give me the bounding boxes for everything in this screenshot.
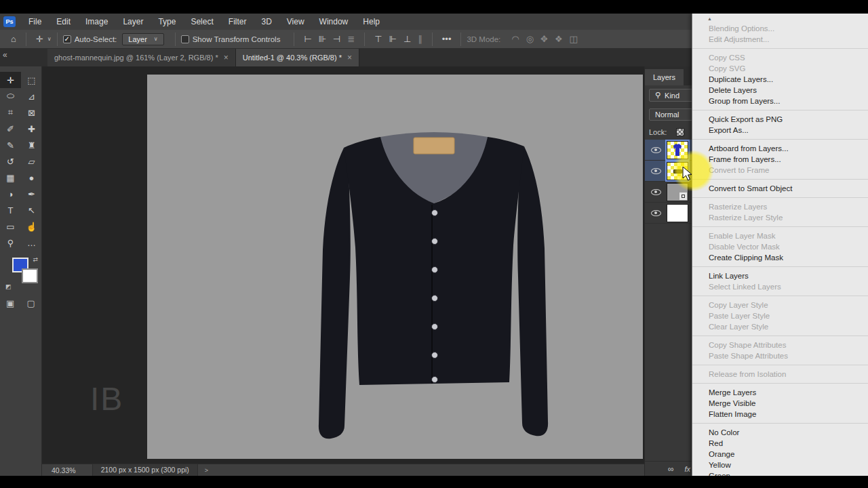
- object-selection-tool[interactable]: ⊿: [21, 88, 42, 104]
- layer-thumbnail[interactable]: [667, 204, 688, 222]
- menu-item-convert-to-smart-object[interactable]: Convert to Smart Object: [692, 183, 868, 194]
- menu-item-copy-svg[interactable]: Copy SVG: [692, 63, 868, 74]
- menu-3d[interactable]: 3D: [254, 14, 279, 30]
- menu-select[interactable]: Select: [183, 14, 220, 30]
- menu-item-blending-options[interactable]: Blending Options...: [692, 23, 868, 34]
- menu-item-edit-adjustment[interactable]: Edit Adjustment...: [692, 34, 868, 45]
- background-color-swatch[interactable]: [22, 268, 38, 283]
- menu-item-artboard-from-layers[interactable]: Artboard from Layers...: [692, 143, 868, 154]
- layer-thumbnail[interactable]: [667, 183, 688, 201]
- visibility-eye-icon[interactable]: [651, 168, 661, 174]
- swap-colors-icon[interactable]: ⇄: [33, 256, 38, 263]
- history-brush-tool[interactable]: ↺: [0, 153, 21, 169]
- collapse-panels-icon[interactable]: «: [3, 50, 7, 60]
- menu-scroll-up-icon[interactable]: ▲: [692, 15, 868, 23]
- marquee-tool[interactable]: ⬚: [21, 72, 42, 88]
- menu-item-copy-shape-attributes[interactable]: Copy Shape Attributes: [692, 340, 868, 350]
- menu-item-flatten-image[interactable]: Flatten Image: [692, 409, 868, 420]
- menu-filter[interactable]: Filter: [221, 14, 254, 30]
- menu-item-convert-to-frame[interactable]: Convert to Frame: [692, 165, 868, 176]
- pen-tool[interactable]: ✒: [21, 186, 42, 202]
- visibility-eye-icon[interactable]: [651, 147, 661, 153]
- hand-tool[interactable]: ☝: [21, 218, 42, 235]
- move-tool-icon[interactable]: ✛: [32, 34, 47, 44]
- menu-item-red[interactable]: Red: [692, 438, 868, 449]
- menu-item-create-clipping-mask[interactable]: Create Clipping Mask: [692, 252, 868, 263]
- menu-item-copy-layer-style[interactable]: Copy Layer Style: [692, 300, 868, 310]
- dodge-tool[interactable]: ◑: [0, 186, 21, 202]
- menu-item-duplicate-layers[interactable]: Duplicate Layers...: [692, 74, 868, 85]
- align-top-edges-icon[interactable]: ⊤: [374, 34, 382, 44]
- show-transform-checkbox[interactable]: [181, 35, 189, 43]
- tool-preset-caret-icon[interactable]: ∨: [47, 36, 52, 42]
- align-vertical-centers-icon[interactable]: ⊩: [389, 34, 397, 44]
- menu-item-export-as[interactable]: Export As...: [692, 125, 868, 136]
- zoom-level-field[interactable]: 40.33%: [42, 466, 85, 474]
- menu-item-paste-shape-attributes[interactable]: Paste Shape Attributes: [692, 350, 868, 361]
- move-tool[interactable]: ✛: [0, 72, 21, 88]
- menu-item-rasterize-layer-style[interactable]: Rasterize Layer Style: [692, 212, 868, 223]
- menu-edit[interactable]: Edit: [49, 14, 78, 30]
- align-bottom-edges-icon[interactable]: ⊥: [403, 34, 411, 44]
- visibility-eye-icon[interactable]: [651, 189, 661, 195]
- auto-select-target-dropdown[interactable]: Layer ∨: [122, 33, 163, 45]
- tab-ghost-mannequin[interactable]: ghost-mannequin.jpg @ 161% (Layer 2, RGB…: [47, 49, 236, 66]
- eraser-tool[interactable]: ▱: [21, 153, 42, 169]
- align-horizontal-centers-icon[interactable]: ⊪: [319, 34, 326, 44]
- menu-item-paste-layer-style[interactable]: Paste Layer Style: [692, 310, 868, 321]
- layer-style-fx-icon[interactable]: fx: [685, 465, 691, 473]
- menu-item-group-from-layers[interactable]: Group from Layers...: [692, 96, 868, 106]
- tab-layers[interactable]: Layers: [645, 69, 684, 85]
- menu-item-enable-layer-mask[interactable]: Enable Layer Mask: [692, 230, 868, 241]
- menu-view[interactable]: View: [279, 14, 312, 30]
- menu-item-delete-layers[interactable]: Delete Layers: [692, 85, 868, 96]
- gradient-tool[interactable]: ▦: [0, 169, 21, 186]
- menu-item-frame-from-layers[interactable]: Frame from Layers...: [692, 154, 868, 165]
- menu-item-green[interactable]: Green: [692, 470, 868, 476]
- menu-help[interactable]: Help: [355, 14, 387, 30]
- type-tool[interactable]: T: [0, 202, 21, 218]
- menu-item-merge-visible[interactable]: Merge Visible: [692, 398, 868, 409]
- tab-untitled-1[interactable]: Untitled-1 @ 40.3% (RGB/8) * ×: [236, 49, 359, 66]
- eyedropper-tool[interactable]: ✐: [0, 121, 21, 137]
- healing-brush-tool[interactable]: ✚: [21, 121, 42, 137]
- align-left-edges-icon[interactable]: ⊢: [304, 34, 311, 44]
- menu-item-yellow[interactable]: Yellow: [692, 460, 868, 470]
- menu-item-copy-css[interactable]: Copy CSS: [692, 52, 868, 63]
- menu-type[interactable]: Type: [151, 14, 183, 30]
- frame-tool[interactable]: ⊠: [21, 104, 42, 121]
- edit-toolbar-icon[interactable]: …: [21, 235, 42, 251]
- menu-item-orange[interactable]: Orange: [692, 449, 868, 460]
- menu-item-clear-layer-style[interactable]: Clear Layer Style: [692, 321, 868, 332]
- lock-transparency-icon[interactable]: [676, 128, 684, 136]
- zoom-tool[interactable]: ⚲: [0, 235, 21, 251]
- menu-layer[interactable]: Layer: [115, 14, 151, 30]
- menu-item-no-color[interactable]: No Color: [692, 427, 868, 438]
- canvas[interactable]: [147, 75, 643, 459]
- clone-stamp-tool[interactable]: ♜: [21, 137, 42, 153]
- menu-image[interactable]: Image: [78, 14, 115, 30]
- blur-tool[interactable]: ●: [21, 169, 42, 186]
- menu-item-merge-layers[interactable]: Merge Layers: [692, 387, 868, 398]
- more-options-icon[interactable]: •••: [438, 34, 456, 44]
- close-icon[interactable]: ×: [224, 53, 229, 62]
- menu-file[interactable]: File: [21, 14, 49, 30]
- status-chevron-icon[interactable]: >: [198, 467, 215, 474]
- align-right-edges-icon[interactable]: ⊣: [333, 34, 340, 44]
- path-selection-tool[interactable]: ↖: [21, 202, 42, 218]
- close-icon[interactable]: ×: [347, 53, 352, 62]
- visibility-eye-icon[interactable]: [651, 210, 661, 216]
- quick-mask-mode-button[interactable]: ▣: [6, 298, 14, 308]
- menu-item-quick-export-png[interactable]: Quick Export as PNG: [692, 114, 868, 125]
- menu-item-release-from-isolation[interactable]: Release from Isolation: [692, 369, 868, 380]
- screen-mode-button[interactable]: ▢: [27, 298, 35, 308]
- layer-thumbnail[interactable]: [667, 162, 688, 180]
- menu-window[interactable]: Window: [312, 14, 356, 30]
- menu-item-link-layers[interactable]: Link Layers: [692, 270, 868, 281]
- home-icon[interactable]: ⌂: [7, 34, 20, 44]
- brush-tool[interactable]: ✎: [0, 137, 21, 153]
- default-colors-icon[interactable]: ◩: [5, 283, 12, 290]
- crop-tool[interactable]: ⌗: [0, 104, 21, 121]
- menu-item-select-linked-layers[interactable]: Select Linked Layers: [692, 281, 868, 292]
- auto-select-checkbox[interactable]: ✓: [63, 35, 71, 43]
